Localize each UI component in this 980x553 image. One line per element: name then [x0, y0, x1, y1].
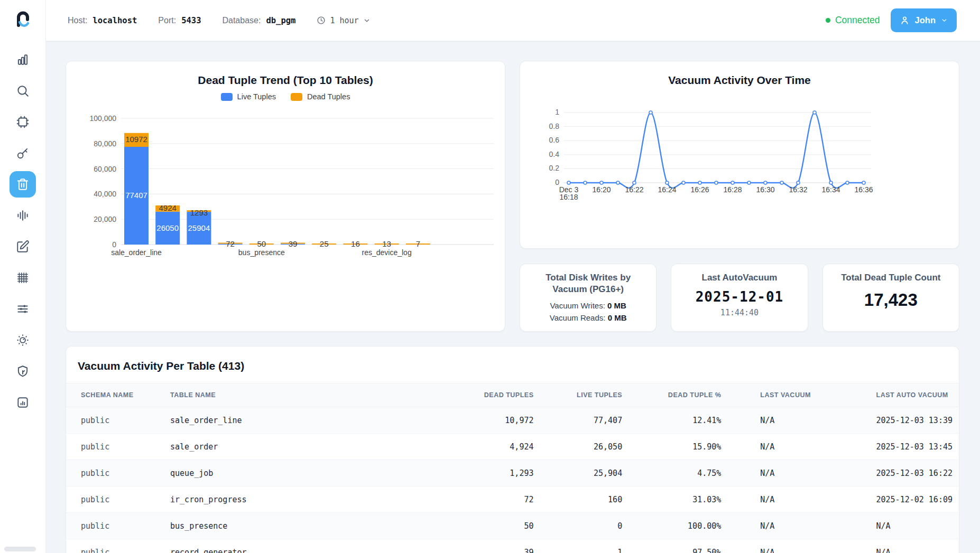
svg-text:res_device_log: res_device_log [362, 248, 412, 257]
status-dot-icon [826, 18, 830, 23]
cell-schema: public [66, 460, 164, 486]
last-autovacuum-date: 2025-12-01 [679, 289, 800, 305]
sidebar-item-theme[interactable] [10, 327, 36, 353]
cell-last-auto-vacuum: 2025-12-03 13:45 [855, 434, 959, 460]
vacuum-writes-line: Vacuum Writes: 0 MB [528, 300, 649, 312]
app-logo[interactable] [12, 8, 33, 32]
cell-live-tuples: 77,407 [540, 407, 628, 434]
last-autovacuum-time: 11:44:40 [679, 308, 800, 317]
vacuum-reads-value: 0 MB [608, 313, 627, 322]
svg-text:16:20: 16:20 [592, 185, 611, 194]
cell-table-name: sale_order_line [164, 407, 444, 434]
time-range-select[interactable]: 1 hour [317, 16, 370, 25]
svg-text:10972: 10972 [125, 135, 147, 144]
line-chart-title: Vacuum Activity Over Time [520, 74, 959, 87]
user-menu-button[interactable]: John [891, 8, 957, 32]
col-dead-tuple-pct: DEAD TUPLE % [628, 383, 727, 407]
host-value: localhost [93, 16, 137, 25]
chevron-down-icon [941, 17, 948, 24]
sidebar-item-vacuum[interactable] [10, 171, 36, 198]
sun-icon [16, 333, 30, 347]
legend-chip-dead [291, 93, 302, 101]
cell-table-name: sale_order [164, 434, 444, 460]
sidebar-item-reports[interactable] [10, 389, 36, 416]
dead-tuple-trend-card: Dead Tuple Trend (Top 10 Tables) Live Tu… [66, 61, 505, 332]
legend-chip-live [221, 93, 233, 101]
cell-table-name: ir_cron_progress [164, 486, 444, 513]
cell-dead-tuple-pct: 12.41% [628, 407, 727, 434]
cell-dead-tuple-pct: 4.75% [628, 460, 727, 486]
chevron-down-icon [363, 17, 371, 24]
bar-chart-icon [16, 53, 30, 67]
cell-dead-tuples: 50 [444, 513, 540, 539]
svg-text:0.8: 0.8 [549, 122, 560, 130]
svg-text:bus_presence: bus_presence [238, 248, 285, 257]
cell-dead-tuple-pct: 100.00% [628, 513, 727, 539]
vacuum-writes-value: 0 MB [607, 301, 626, 310]
cell-live-tuples: 0 [540, 513, 628, 539]
cell-last-vacuum: N/A [727, 486, 855, 513]
svg-text:16:24: 16:24 [658, 185, 676, 194]
svg-text:72: 72 [226, 239, 235, 248]
host-label: Host: [68, 16, 87, 25]
sidebar-item-keys[interactable] [10, 140, 36, 166]
sidebar-nav [10, 46, 36, 416]
sidebar-item-activity[interactable] [10, 202, 36, 229]
logo-icon [12, 8, 33, 30]
cell-last-auto-vacuum: 2025-12-03 16:22 [855, 460, 959, 486]
sidebar-item-search[interactable] [10, 78, 36, 104]
svg-text:16:30: 16:30 [756, 185, 774, 194]
main-content: Dead Tuple Trend (Top 10 Tables) Live Tu… [45, 41, 980, 553]
cell-last-vacuum: N/A [727, 460, 855, 486]
sidebar [0, 0, 46, 553]
total-dead-tuple-card: Total Dead Tuple Count 17,423 [822, 264, 959, 332]
vacuum-activity-line-chart: 00.20.40.60.81Dec 316:1816:2016:2216:241… [525, 94, 954, 205]
svg-text:sale_order_line: sale_order_line [111, 248, 162, 257]
total-dead-tuple-value: 17,423 [830, 290, 951, 310]
chart-box-icon [16, 396, 30, 409]
cell-last-auto-vacuum: N/A [855, 539, 959, 553]
cell-table-name: record_generator [164, 539, 444, 553]
cell-dead-tuples: 10,972 [444, 407, 540, 434]
database-value: db_pgm [266, 16, 295, 25]
bar-chart-legend: Live Tuples Dead Tuples [66, 92, 505, 101]
svg-text:16:22: 16:22 [625, 185, 643, 194]
col-table-name: TABLE NAME [164, 383, 444, 407]
edit-icon [16, 240, 30, 254]
svg-text:60,000: 60,000 [94, 165, 116, 173]
user-icon [900, 15, 910, 25]
sidebar-item-settings[interactable] [10, 296, 36, 322]
svg-text:40,000: 40,000 [94, 190, 116, 198]
cell-live-tuples: 25,904 [540, 460, 628, 486]
vacuum-activity-table: SCHEMA NAME TABLE NAME DEAD TUPLES LIVE … [66, 383, 959, 553]
svg-text:16:18: 16:18 [559, 193, 578, 201]
clock-icon [317, 16, 326, 25]
svg-text:0.2: 0.2 [549, 164, 560, 172]
sidebar-item-edit[interactable] [10, 233, 36, 260]
sidebar-item-dashboard[interactable] [10, 46, 36, 73]
last-autovacuum-title: Last AutoVacuum [679, 272, 800, 284]
database-info: Database: db_pgm [222, 16, 295, 25]
sidebar-item-cpu[interactable] [10, 109, 36, 135]
search-icon [16, 84, 30, 98]
svg-text:16:36: 16:36 [854, 185, 873, 194]
table-row: publicsale_order4,92426,05015.90%N/A2025… [66, 434, 959, 460]
bar-chart-title: Dead Tuple Trend (Top 10 Tables) [66, 74, 505, 87]
legend-item-dead: Dead Tuples [291, 92, 350, 101]
cell-last-auto-vacuum: 2025-12-03 13:39 [855, 407, 959, 434]
svg-text:4924: 4924 [159, 203, 177, 212]
cell-last-vacuum: N/A [727, 434, 855, 460]
svg-text:39: 39 [289, 239, 298, 248]
cpu-icon [16, 115, 30, 129]
horizontal-scrollbar-thumb[interactable] [4, 547, 36, 551]
sidebar-item-security[interactable] [10, 358, 36, 385]
waveform-icon [16, 209, 30, 222]
connection-status: Connected [826, 15, 880, 26]
svg-text:80,000: 80,000 [94, 139, 116, 148]
sidebar-item-grid[interactable] [10, 265, 36, 291]
cell-dead-tuples: 39 [444, 539, 540, 553]
key-icon [16, 146, 30, 160]
user-name: John [915, 15, 936, 25]
svg-text:26050: 26050 [156, 223, 179, 232]
svg-text:25904: 25904 [188, 223, 210, 232]
